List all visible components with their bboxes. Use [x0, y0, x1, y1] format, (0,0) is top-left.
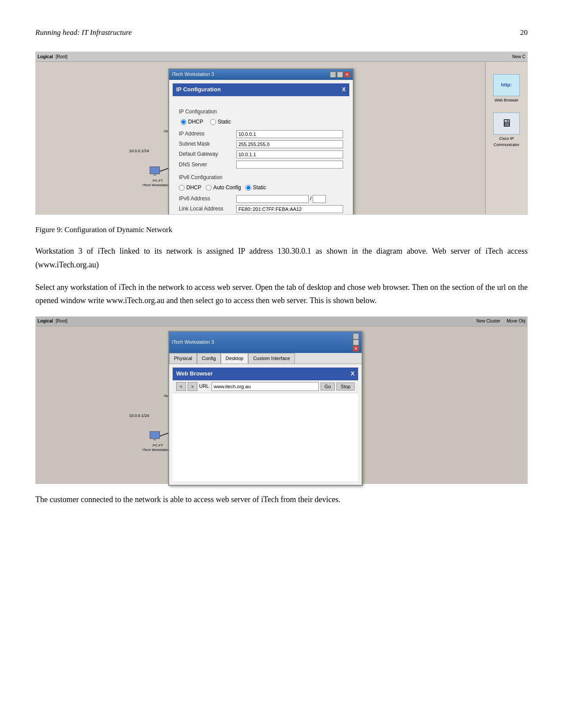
wb-content-area — [173, 393, 358, 481]
ipv6-auto-label: Auto Config — [213, 184, 241, 192]
dns-server-input[interactable] — [236, 161, 343, 169]
wb-close-btn[interactable]: ✕ — [353, 345, 359, 352]
pt-toolbar2-root: [Root] — [56, 318, 68, 325]
back-btn[interactable]: < — [176, 382, 186, 391]
ipv6-slash: / — [309, 195, 313, 203]
tab-physical[interactable]: Physical — [169, 353, 197, 364]
link-local-input[interactable] — [236, 205, 343, 213]
ip-config-title-text: IP Configuration — [176, 85, 221, 94]
pt2-new-cluster[interactable]: New Cluster — [476, 318, 500, 325]
svg-rect-47 — [154, 439, 156, 440]
svg-text:PC-FT: PC-FT — [153, 179, 163, 183]
default-gateway-label: Default Gateway — [179, 150, 236, 158]
wb-title: iTech Workstation 3 — [172, 338, 214, 346]
svg-rect-19 — [150, 167, 160, 174]
static-radio[interactable] — [210, 119, 216, 125]
ip-config-body: IP Configuration DHCP Static — [173, 100, 349, 215]
close-btn[interactable]: ✕ — [344, 71, 350, 78]
pt-toolbar2-logical: Logical — [38, 318, 53, 325]
wb-titlebar: iTech Workstation 3 _ □ ✕ — [169, 332, 362, 353]
stop-btn[interactable]: Stop — [336, 383, 355, 390]
subnet-mask-input[interactable] — [236, 140, 343, 148]
go-btn[interactable]: Go — [321, 383, 335, 390]
paragraph3: The customer connected to the network is… — [35, 493, 528, 507]
ipv6-static-item[interactable]: Static — [246, 184, 266, 192]
restore-btn[interactable]: □ — [337, 71, 343, 78]
ip-config-close-x[interactable]: X — [342, 85, 346, 94]
pt-toolbar2: Logical [Root] New Cluster Move Obj — [36, 317, 527, 326]
ipv6-dhcp-radio[interactable] — [179, 185, 185, 191]
ip-address-label: IP Address — [179, 130, 236, 138]
running-head: Running head: IT Infrastructure — [35, 26, 132, 38]
pt-toolbar1: Logical [Root] New C — [36, 52, 527, 62]
workstation-title: iTech Workstation 3 — [172, 71, 214, 79]
window-controls[interactable]: _ □ ✕ — [330, 71, 350, 78]
pt-toolbar-logical: Logical — [38, 53, 53, 60]
dns-server-label: DNS Server — [179, 161, 236, 169]
ipv6-static-label: Static — [253, 184, 266, 192]
default-gateway-input[interactable] — [236, 150, 343, 158]
dns-server-row: DNS Server — [179, 161, 343, 169]
svg-rect-20 — [154, 174, 156, 176]
cisco-ip-icon[interactable]: 🖥 — [493, 113, 520, 135]
ipv6-auto-item[interactable]: Auto Config — [206, 184, 241, 192]
cisco-ip-icon-item[interactable]: 🖥 Cisco IPCommunicator — [493, 113, 520, 148]
page-number: 20 — [520, 26, 528, 38]
ip-radio-group[interactable]: DHCP Static — [179, 118, 343, 126]
svg-text:10.0.0.1/24: 10.0.0.1/24 — [129, 149, 149, 153]
wb-toolbar[interactable]: < > URL Go Stop — [173, 380, 358, 393]
dhcp-radio-item[interactable]: DHCP — [181, 118, 203, 126]
wb-restore-btn[interactable]: □ — [353, 339, 359, 345]
web-browser-icon-item[interactable]: http: Web Browser — [493, 74, 520, 103]
link-local-row: Link Local Address — [179, 205, 343, 213]
paragraph2: Select any workstation of iTech in the n… — [35, 281, 528, 308]
tab-desktop[interactable]: Desktop — [221, 353, 248, 364]
figure1-caption: Figure 9: Configuration of Dynamic Netwo… — [35, 224, 528, 236]
subnet-mask-label: Subnet Mask — [179, 140, 236, 148]
svg-text:10.0.0.1/24: 10.0.0.1/24 — [129, 413, 149, 418]
web-browser-icon[interactable]: http: — [493, 74, 520, 96]
pt-toolbar-root: [Root] — [56, 53, 68, 60]
wb-tabs[interactable]: Physical Config Desktop Custom Interface — [169, 353, 362, 364]
figure1-container: Logical [Root] New C Server-PT DHCP Serv… — [35, 52, 528, 215]
ipv6-dhcp-item[interactable]: DHCP — [179, 184, 201, 192]
page-header: Running head: IT Infrastructure 20 — [35, 26, 528, 38]
ipv6-address-row: IPv6 Address / — [179, 195, 343, 203]
ipv6-address-input[interactable] — [236, 195, 309, 203]
web-browser-dialog[interactable]: iTech Workstation 3 _ □ ✕ Physical Confi… — [168, 331, 363, 486]
svg-rect-46 — [150, 432, 160, 439]
ipv6-static-radio[interactable] — [246, 185, 251, 191]
ip-config-dialog[interactable]: iTech Workstation 3 _ □ ✕ IP Configurati… — [168, 68, 354, 215]
wb-minimize-btn[interactable]: _ — [353, 333, 359, 339]
paragraph1: Workstation 3 of iTech linked to its net… — [35, 244, 528, 271]
ip-address-row: IP Address — [179, 130, 343, 138]
wb-section-close[interactable]: X — [351, 369, 355, 379]
pt2-move-obj[interactable]: Move Obj — [506, 318, 525, 325]
forward-btn[interactable]: > — [188, 382, 197, 391]
dhcp-radio[interactable] — [181, 119, 186, 125]
cisco-ip-label: Cisco IPCommunicator — [494, 135, 520, 148]
tab-config[interactable]: Config — [197, 353, 221, 364]
figure2-container: Logical [Root] New Cluster Move Obj Serv… — [35, 316, 528, 484]
ipv6-auto-radio[interactable] — [206, 185, 212, 191]
static-label: Static — [218, 118, 231, 126]
ipv6-address-label: IPv6 Address — [179, 195, 236, 203]
static-radio-item[interactable]: Static — [210, 118, 231, 126]
tab-custom-interface[interactable]: Custom Interface — [248, 353, 295, 364]
pt-new-cluster[interactable]: New C — [512, 53, 525, 60]
svg-text:PC-FT: PC-FT — [153, 443, 163, 447]
pt-right-sidebar: http: Web Browser 🖥 Cisco IPCommunicator — [485, 62, 527, 214]
wb-section-title: Web Browser X — [173, 368, 358, 380]
ipv6-prefix-input[interactable] — [313, 195, 326, 203]
url-label: URL — [199, 383, 209, 390]
workstation-titlebar: iTech Workstation 3 _ □ ✕ — [169, 69, 353, 80]
ipv6-radio-group[interactable]: DHCP Auto Config Static — [179, 184, 343, 192]
dhcp-label: DHCP — [188, 118, 203, 126]
ip-address-input[interactable] — [236, 130, 343, 138]
web-browser-label: Web Browser — [495, 97, 518, 103]
url-input[interactable] — [212, 382, 319, 391]
minimize-btn[interactable]: _ — [330, 71, 336, 78]
wb-window-controls[interactable]: _ □ ✕ — [353, 333, 359, 352]
default-gateway-row: Default Gateway — [179, 150, 343, 158]
ipv6-dhcp-label: DHCP — [186, 184, 201, 192]
